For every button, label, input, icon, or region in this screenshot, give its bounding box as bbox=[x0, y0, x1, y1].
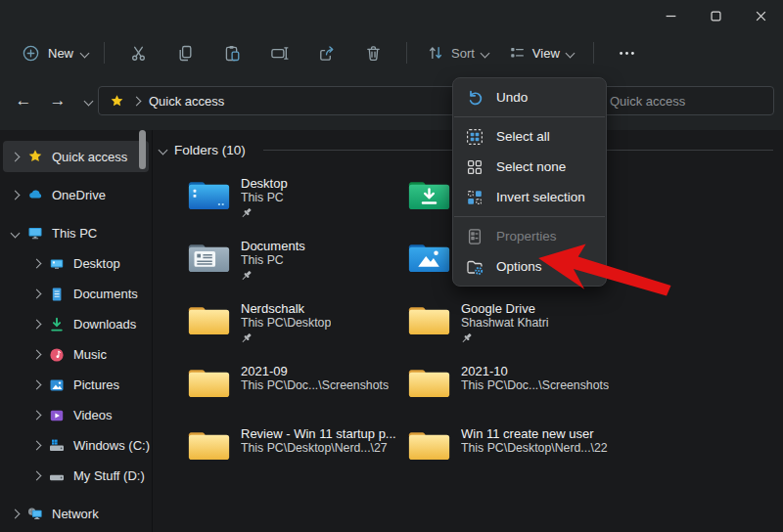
folder-name: Win 11 create new user bbox=[461, 426, 608, 441]
menu-item-label: Select all bbox=[496, 129, 550, 144]
sidebar-item-windows-c[interactable]: Windows (C:) bbox=[3, 430, 149, 461]
folder-yellow bbox=[187, 426, 231, 463]
forward-button[interactable]: → bbox=[44, 87, 71, 114]
sidebar-item-label: Videos bbox=[73, 408, 113, 422]
forward-arrow-icon: → bbox=[50, 91, 67, 111]
menu-item-label: Select none bbox=[496, 159, 566, 174]
copy-button[interactable] bbox=[161, 37, 208, 68]
this-pc-icon bbox=[27, 225, 43, 241]
menu-item-undo[interactable]: Undo bbox=[453, 82, 606, 112]
maximize-button[interactable] bbox=[693, 0, 738, 31]
folder-name: Documents bbox=[241, 239, 305, 253]
menu-item-label: Undo bbox=[496, 90, 528, 105]
sidebar-item-onedrive[interactable]: OneDrive bbox=[3, 179, 149, 210]
folder-tile-info: Documents This PC bbox=[241, 237, 305, 283]
folder-path: This PC\Desktop\Nerd...\27 bbox=[241, 441, 396, 456]
folder-name: Desktop bbox=[241, 176, 288, 191]
folder-yellow bbox=[407, 364, 451, 400]
sidebar-item-quick-access[interactable]: Quick access bbox=[3, 141, 149, 172]
close-button[interactable] bbox=[738, 0, 783, 31]
invert-selection-icon bbox=[466, 189, 484, 206]
sidebar-item-my-stuff-d[interactable]: My Stuff (D:) bbox=[3, 461, 149, 491]
chevron-down-icon bbox=[83, 96, 93, 106]
expand-chevron-icon[interactable] bbox=[32, 411, 42, 421]
sidebar-list: Quick access OneDrive This PC Desktop Do… bbox=[0, 141, 152, 529]
sidebar-item-desktop[interactable]: Desktop bbox=[3, 248, 149, 279]
pin-icon bbox=[241, 332, 253, 345]
search-input[interactable]: Quick access bbox=[588, 86, 774, 115]
cut-icon bbox=[129, 44, 148, 63]
menu-item-invert-selection[interactable]: Invert selection bbox=[453, 182, 606, 212]
rename-button[interactable] bbox=[255, 37, 302, 68]
menu-item-select-none[interactable]: Select none bbox=[453, 152, 606, 182]
sidebar-item-label: Quick access bbox=[52, 150, 127, 164]
sidebar-item-label: OneDrive bbox=[52, 188, 106, 202]
toolbar-separator bbox=[104, 42, 105, 64]
desktop-icon bbox=[49, 256, 65, 272]
maximize-icon bbox=[710, 10, 722, 22]
cut-button[interactable] bbox=[115, 37, 161, 68]
folder-yellow bbox=[407, 301, 451, 337]
expand-chevron-icon[interactable] bbox=[11, 228, 21, 238]
folder-downloads bbox=[407, 176, 451, 212]
more-icon bbox=[618, 44, 636, 63]
folder-tile-2021-10[interactable]: 2021-10 This PC\Doc...\Screenshots bbox=[407, 362, 627, 424]
sidebar-item-network[interactable]: Network bbox=[3, 498, 149, 529]
menu-item-select-all[interactable]: Select all bbox=[453, 121, 606, 152]
expand-chevron-icon[interactable] bbox=[11, 152, 21, 161]
window-chrome: New Sort View ← → bbox=[0, 0, 783, 130]
sidebar-item-documents[interactable]: Documents bbox=[3, 279, 149, 309]
expand-chevron-icon[interactable] bbox=[32, 380, 42, 390]
expand-chevron-icon[interactable] bbox=[11, 190, 21, 200]
sidebar-item-videos[interactable]: Videos bbox=[3, 400, 149, 430]
toolbar-icon-group bbox=[115, 37, 396, 68]
sidebar-item-label: Desktop bbox=[73, 256, 120, 271]
sidebar-item-this-pc[interactable]: This PC bbox=[3, 217, 149, 248]
folder-tile-documents[interactable]: Documents This PC bbox=[187, 237, 407, 299]
select-all-icon bbox=[466, 128, 484, 146]
expand-chevron-icon[interactable] bbox=[32, 289, 42, 299]
sidebar-item-pictures[interactable]: Pictures bbox=[3, 370, 149, 400]
folder-yellow bbox=[187, 364, 231, 400]
expand-chevron-icon[interactable] bbox=[32, 441, 42, 451]
paste-button[interactable] bbox=[208, 37, 255, 68]
folder-tile-win-11-create-new-user[interactable]: Win 11 create new user This PC\Desktop\N… bbox=[407, 424, 627, 487]
properties-icon bbox=[466, 228, 484, 245]
breadcrumb[interactable]: Quick access bbox=[149, 94, 224, 109]
toolbar-separator bbox=[593, 42, 594, 64]
folder-tile-google-drive[interactable]: Google Drive Shashwat Khatri bbox=[407, 299, 627, 362]
caption-buttons bbox=[648, 0, 783, 31]
sidebar-item-music[interactable]: Music bbox=[3, 339, 149, 370]
expand-chevron-icon[interactable] bbox=[32, 320, 42, 330]
sidebar-item-downloads[interactable]: Downloads bbox=[3, 309, 149, 339]
title-bar[interactable] bbox=[0, 0, 783, 33]
windows-drive-icon bbox=[49, 438, 65, 454]
back-button[interactable]: ← bbox=[10, 87, 37, 114]
minimize-button[interactable] bbox=[648, 0, 693, 31]
expand-chevron-icon[interactable] bbox=[32, 350, 42, 360]
expand-chevron-icon[interactable] bbox=[32, 259, 42, 269]
folder-tile-review-win-11-startup-p[interactable]: Review - Win 11 startup p... This PC\Des… bbox=[187, 424, 407, 487]
expand-chevron-icon[interactable] bbox=[11, 509, 21, 518]
folder-tile-desktop[interactable]: Desktop This PC bbox=[187, 174, 407, 237]
sidebar-scrollbar[interactable] bbox=[139, 130, 146, 169]
folder-tile-2021-09[interactable]: 2021-09 This PC\Doc...\Screenshots bbox=[187, 362, 407, 424]
sort-button[interactable]: Sort bbox=[417, 37, 498, 68]
folder-path: This PC bbox=[241, 191, 288, 205]
view-button[interactable]: View bbox=[498, 37, 583, 68]
see-more-button[interactable] bbox=[604, 37, 651, 68]
chevron-right-icon bbox=[132, 96, 142, 106]
sort-button-label: Sort bbox=[451, 46, 475, 61]
onedrive-cloud-icon bbox=[27, 187, 43, 202]
folders-group-title: Folders (10) bbox=[174, 143, 246, 157]
undo-icon bbox=[466, 89, 484, 107]
folder-tile-nerdschalk[interactable]: Nerdschalk This PC\Desktop bbox=[187, 299, 407, 362]
folder-documents bbox=[187, 239, 231, 275]
expand-chevron-icon[interactable] bbox=[32, 471, 42, 481]
network-icon bbox=[27, 506, 43, 521]
new-button[interactable]: New bbox=[16, 37, 94, 68]
delete-button[interactable] bbox=[349, 37, 396, 68]
collapse-chevron-icon[interactable] bbox=[159, 146, 168, 155]
downloads-icon bbox=[49, 317, 65, 332]
share-button[interactable] bbox=[302, 37, 349, 68]
